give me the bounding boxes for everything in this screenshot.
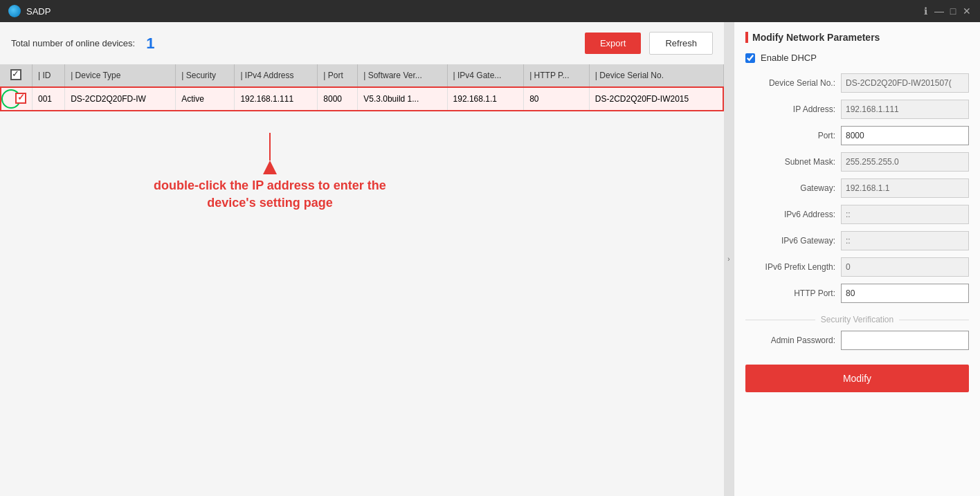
ipv6-address-row: IPv6 Address: bbox=[734, 201, 980, 228]
gateway-label: Gateway: bbox=[745, 183, 835, 193]
col-port: | Port bbox=[318, 64, 358, 86]
row-ipv4[interactable]: 192.168.1.111 bbox=[235, 86, 318, 111]
left-panel: Total number of online devices: 1 Export… bbox=[0, 22, 724, 496]
port-label: Port: bbox=[745, 131, 835, 140]
device-serial-label: Device Serial No.: bbox=[745, 78, 835, 88]
col-http-port: | HTTP P... bbox=[524, 64, 590, 86]
total-count: 1 bbox=[146, 35, 154, 53]
close-button[interactable]: ✕ bbox=[962, 6, 972, 16]
arrow-head bbox=[263, 160, 277, 174]
right-panel: Modify Network Parameters Enable DHCP De… bbox=[734, 22, 980, 496]
subnet-mask-input[interactable] bbox=[841, 152, 969, 172]
ipv6-gateway-label: IPv6 Gateway: bbox=[745, 236, 835, 246]
admin-password-label: Admin Password: bbox=[745, 336, 835, 345]
row-checkbox-cell bbox=[0, 86, 33, 111]
enable-dhcp-checkbox[interactable] bbox=[745, 53, 755, 63]
gateway-input[interactable] bbox=[841, 178, 969, 198]
col-ipv4-gateway: | IPv4 Gate... bbox=[447, 64, 524, 86]
ipv6-address-label: IPv6 Address: bbox=[745, 210, 835, 219]
gateway-row: Gateway: bbox=[734, 175, 980, 201]
modify-button[interactable]: Modify bbox=[745, 365, 969, 392]
panel-title: Modify Network Parameters bbox=[752, 32, 880, 43]
row-checkbox[interactable] bbox=[15, 93, 26, 104]
total-label: Total number of online devices: bbox=[11, 38, 135, 48]
ip-address-input[interactable] bbox=[841, 100, 969, 119]
device-table: | ID | Device Type | Security | IPv4 Add… bbox=[0, 64, 724, 111]
refresh-button[interactable]: Refresh bbox=[649, 32, 713, 55]
row-serial-no: DS-2CD2Q20FD-IW2015 bbox=[589, 86, 723, 111]
col-serial-no: | Device Serial No. bbox=[589, 64, 723, 86]
device-serial-input[interactable] bbox=[841, 73, 969, 93]
ipv6-address-input[interactable] bbox=[841, 205, 969, 224]
col-device-type: | Device Type bbox=[65, 64, 176, 86]
security-section: Security Verification bbox=[734, 315, 980, 324]
row-port: 8000 bbox=[318, 86, 358, 111]
main-container: Total number of online devices: 1 Export… bbox=[0, 22, 980, 496]
col-ipv4: | IPv4 Address bbox=[235, 64, 318, 86]
port-input[interactable] bbox=[841, 126, 969, 145]
row-security: Active bbox=[176, 86, 235, 111]
app-icon bbox=[8, 5, 21, 17]
table-container: | ID | Device Type | Security | IPv4 Add… bbox=[0, 64, 724, 111]
annotation-area: double-click the IP address to enter the… bbox=[138, 133, 401, 212]
table-row[interactable]: 001 DS-2CD2Q20FD-IW Active 192.168.1.111… bbox=[0, 86, 724, 111]
accent-bar bbox=[745, 32, 748, 43]
row-software-ver: V5.3.0build 1... bbox=[358, 86, 447, 111]
http-port-label: HTTP Port: bbox=[745, 288, 835, 298]
header-bar: Total number of online devices: 1 Export… bbox=[0, 22, 724, 64]
col-checkbox bbox=[0, 64, 33, 86]
ipv6-gateway-row: IPv6 Gateway: bbox=[734, 228, 980, 254]
collapse-handle[interactable]: › bbox=[724, 22, 734, 496]
header-checkbox[interactable] bbox=[10, 69, 21, 80]
maximize-button[interactable]: □ bbox=[948, 6, 958, 16]
port-row: Port: bbox=[734, 122, 980, 149]
row-http-port: 80 bbox=[524, 86, 590, 111]
subnet-mask-label: Subnet Mask: bbox=[745, 157, 835, 167]
ipv6-gateway-input[interactable] bbox=[841, 231, 969, 250]
right-panel-header: Modify Network Parameters bbox=[734, 22, 980, 50]
ipv6-prefix-label: IPv6 Prefix Length: bbox=[745, 262, 835, 272]
enable-dhcp-row: Enable DHCP bbox=[734, 50, 980, 70]
http-port-input[interactable] bbox=[841, 284, 969, 303]
info-button[interactable]: ℹ bbox=[920, 6, 930, 16]
admin-password-row: Admin Password: bbox=[734, 327, 980, 353]
enable-dhcp-label: Enable DHCP bbox=[761, 53, 817, 63]
ip-address-label: IP Address: bbox=[745, 104, 835, 114]
ip-address-row: IP Address: bbox=[734, 96, 980, 122]
http-port-row: HTTP Port: bbox=[734, 280, 980, 306]
table-header: | ID | Device Type | Security | IPv4 Add… bbox=[0, 64, 724, 86]
admin-password-input[interactable] bbox=[841, 331, 969, 350]
col-software-ver: | Software Ver... bbox=[358, 64, 447, 86]
arrow-line bbox=[269, 133, 271, 160]
app-title: SADP bbox=[26, 6, 920, 17]
minimize-button[interactable]: — bbox=[934, 6, 944, 16]
device-serial-row: Device Serial No.: bbox=[734, 70, 980, 96]
row-device-type: DS-2CD2Q20FD-IW bbox=[65, 86, 176, 111]
ipv6-prefix-row: IPv6 Prefix Length: bbox=[734, 254, 980, 280]
table-body: 001 DS-2CD2Q20FD-IW Active 192.168.1.111… bbox=[0, 86, 724, 111]
subnet-mask-row: Subnet Mask: bbox=[734, 149, 980, 175]
annotation-text: double-click the IP address to enter the… bbox=[138, 177, 401, 212]
col-security: | Security bbox=[176, 64, 235, 86]
window-controls: ℹ — □ ✕ bbox=[920, 6, 972, 16]
titlebar: SADP ℹ — □ ✕ bbox=[0, 0, 980, 22]
export-button[interactable]: Export bbox=[585, 33, 642, 54]
ipv6-prefix-input[interactable] bbox=[841, 257, 969, 277]
col-id: | ID bbox=[33, 64, 65, 86]
row-id: 001 bbox=[33, 86, 65, 111]
row-ipv4-gateway: 192.168.1.1 bbox=[447, 86, 524, 111]
